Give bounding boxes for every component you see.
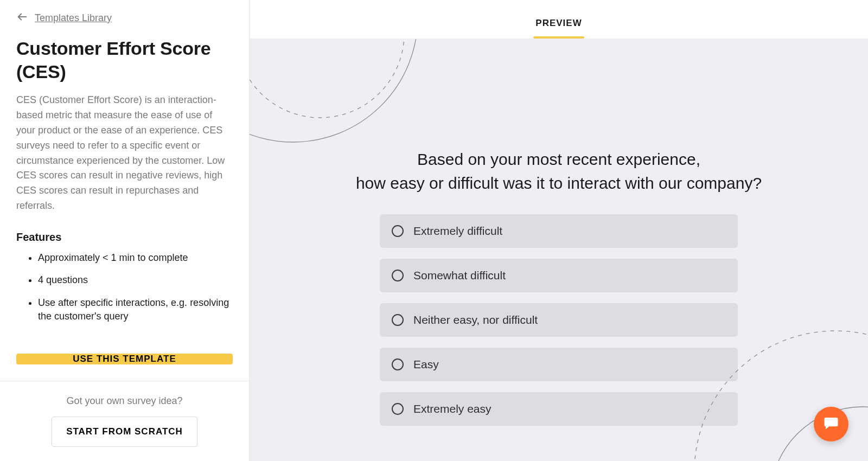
main-panel: PREVIEW Based on your most recent experi… xyxy=(250,0,868,461)
option-extremely-difficult[interactable]: Extremely difficult xyxy=(380,214,738,248)
use-template-button[interactable]: USE THIS TEMPLATE xyxy=(16,354,233,364)
start-from-scratch-section: Got your own survey idea? START FROM SCR… xyxy=(0,381,249,461)
svg-point-1 xyxy=(250,39,418,142)
radio-icon xyxy=(392,403,404,415)
question-line-1: Based on your most recent experience, xyxy=(417,150,700,168)
template-title: Customer Effort Score (CES) xyxy=(16,37,233,83)
radio-icon xyxy=(392,314,404,326)
app-root: Templates Library Customer Effort Score … xyxy=(0,0,868,461)
features-heading: Features xyxy=(16,231,233,244)
radio-icon xyxy=(392,225,404,237)
preview-tabbar: PREVIEW xyxy=(250,0,868,39)
feature-item: 4 questions xyxy=(38,273,233,287)
feature-item: Use after specific interactions, e.g. re… xyxy=(38,296,233,323)
chat-icon xyxy=(823,415,839,433)
arrow-left-icon xyxy=(16,11,28,25)
back-link[interactable]: Templates Library xyxy=(35,12,112,24)
back-to-library[interactable]: Templates Library xyxy=(16,11,233,25)
option-label: Somewhat difficult xyxy=(413,269,506,282)
option-label: Extremely easy xyxy=(413,402,492,415)
scratch-prompt: Got your own survey idea? xyxy=(16,395,233,407)
option-label: Easy xyxy=(413,358,439,371)
radio-icon xyxy=(392,358,404,370)
sidebar-content: Templates Library Customer Effort Score … xyxy=(0,0,249,332)
option-label: Neither easy, nor difficult xyxy=(413,313,538,326)
template-description: CES (Customer Effort Score) is an intera… xyxy=(16,93,233,214)
start-from-scratch-button[interactable]: START FROM SCRATCH xyxy=(52,417,197,447)
tab-preview[interactable]: PREVIEW xyxy=(533,18,584,39)
chat-support-button[interactable] xyxy=(814,407,848,441)
svg-point-3 xyxy=(694,331,868,461)
decorative-arcs-top-left xyxy=(250,39,456,180)
feature-item: Approximately < 1 min to complete xyxy=(38,251,233,265)
option-label: Extremely difficult xyxy=(413,225,502,238)
option-somewhat-difficult[interactable]: Somewhat difficult xyxy=(380,259,738,292)
template-details-sidebar: Templates Library Customer Effort Score … xyxy=(0,0,250,461)
features-list: Approximately < 1 min to complete 4 ques… xyxy=(16,251,233,323)
radio-icon xyxy=(392,270,404,281)
survey-preview: Based on your most recent experience, ho… xyxy=(250,39,868,461)
